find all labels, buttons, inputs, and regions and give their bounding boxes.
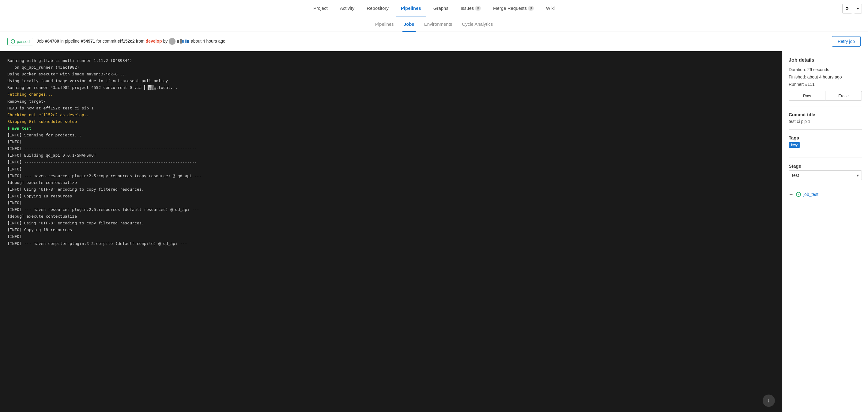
nav-wiki[interactable]: Wiki: [541, 0, 560, 17]
runner-value: #111: [805, 82, 815, 87]
status-badge: ✓ passed: [7, 38, 33, 46]
pipeline-number: #54971: [81, 39, 95, 43]
sub-navigation: Pipelines Jobs Environments Cycle Analyt…: [0, 17, 868, 32]
subnav-jobs[interactable]: Jobs: [402, 17, 415, 32]
divider-4: [789, 186, 862, 186]
time-ago: about 4 hours ago: [191, 39, 225, 43]
gear-icon: ⚙: [845, 6, 849, 11]
settings-button[interactable]: ⚙: [842, 4, 852, 13]
job-status-bar: ✓ passed Job #64780 in pipeline #54971 f…: [0, 32, 868, 51]
duration-label: Duration:: [789, 67, 806, 72]
nav-issues[interactable]: Issues 0: [456, 0, 486, 17]
branch-name[interactable]: develop: [146, 39, 162, 43]
job-status-icon: ✓: [796, 192, 801, 197]
divider-1: [789, 106, 862, 107]
nav-pipelines[interactable]: Pipelines: [396, 0, 426, 17]
stage-select[interactable]: test: [789, 171, 862, 180]
raw-button[interactable]: Raw: [789, 91, 825, 100]
stage-select-wrapper: test: [789, 171, 862, 180]
retry-job-button[interactable]: Retry job: [832, 36, 861, 47]
job-details-sidebar: Job details Duration: 26 seconds Finishe…: [782, 51, 868, 412]
nav-merge-requests[interactable]: Merge Requests 0: [488, 0, 539, 17]
tags-label: Tags: [789, 135, 862, 140]
pixel-avatar: [177, 39, 189, 43]
nav-graphs[interactable]: Graphs: [429, 0, 453, 17]
commit-hash: eff152c2: [118, 39, 135, 43]
merge-requests-badge: 0: [528, 6, 534, 11]
top-nav-items: Project Activity Repository Pipelines Gr…: [308, 0, 560, 17]
runner-label: Runner:: [789, 82, 804, 87]
nav-activity[interactable]: Activity: [335, 0, 360, 17]
avatar: [169, 38, 176, 45]
commit-title-value: test ci pip 1: [789, 119, 862, 124]
nav-project[interactable]: Project: [308, 0, 333, 17]
chevron-down-icon: ▾: [857, 6, 859, 11]
sidebar-title: Job details: [789, 57, 862, 63]
divider-3: [789, 157, 862, 158]
top-nav-right: ⚙ ▾: [842, 4, 862, 13]
stage-label: Stage: [789, 164, 862, 169]
top-navigation: Project Activity Repository Pipelines Gr…: [0, 0, 868, 17]
commit-title-label: Commit title: [789, 112, 862, 117]
scroll-to-bottom-button[interactable]: ↓: [763, 394, 775, 407]
job-number: #64780: [45, 39, 59, 43]
arrow-right-icon: →: [789, 192, 794, 197]
console-output[interactable]: Running with gitlab-ci-multi-runner 1.11…: [0, 51, 782, 412]
check-icon: ✓: [11, 39, 15, 43]
duration-row: Duration: 26 seconds: [789, 67, 862, 72]
job-info: Job #64780 in pipeline #54971 for commit…: [37, 38, 828, 45]
duration-value: 26 seconds: [807, 67, 829, 72]
subnav-pipelines[interactable]: Pipelines: [374, 17, 395, 32]
issues-badge: 0: [475, 6, 481, 11]
settings-dropdown-button[interactable]: ▾: [855, 4, 862, 13]
tag-hwy: hwy: [789, 142, 800, 148]
runner-row: Runner: #111: [789, 82, 862, 87]
main-layout: Running with gitlab-ci-multi-runner 1.11…: [0, 51, 868, 412]
divider-2: [789, 129, 862, 130]
arrow-down-icon: ↓: [767, 396, 771, 406]
nav-repository[interactable]: Repository: [362, 0, 394, 17]
finished-label: Finished:: [789, 75, 806, 79]
erase-button[interactable]: Erase: [825, 91, 862, 100]
finished-row: Finished: about 4 hours ago: [789, 75, 862, 79]
subnav-environments[interactable]: Environments: [423, 17, 454, 32]
raw-erase-buttons: Raw Erase: [789, 91, 862, 100]
job-name: job_test: [803, 192, 818, 197]
job-link[interactable]: → ✓ job_test: [789, 192, 862, 197]
console-lines: Running with gitlab-ci-multi-runner 1.11…: [7, 57, 775, 247]
finished-value: about 4 hours ago: [807, 75, 842, 79]
subnav-cycle-analytics[interactable]: Cycle Analytics: [461, 17, 494, 32]
